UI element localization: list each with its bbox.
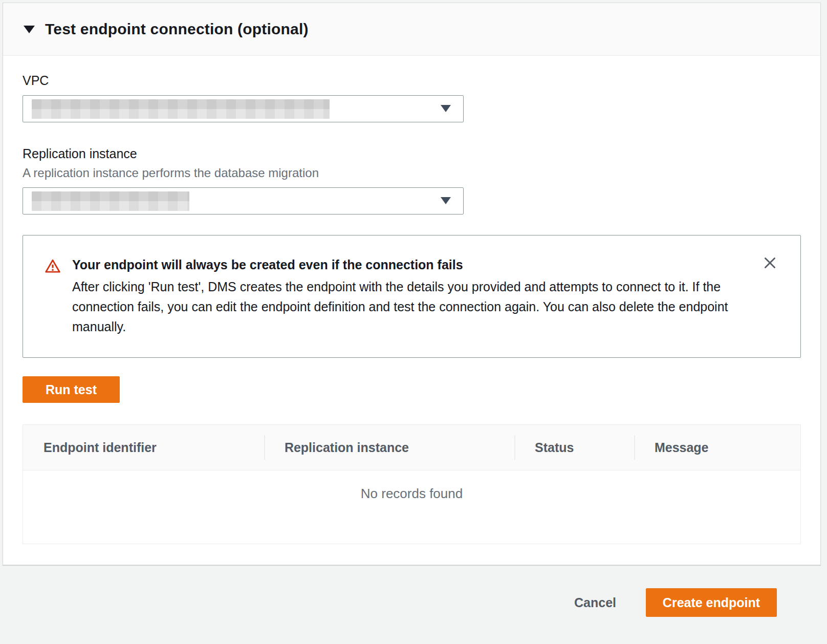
section-body: VPC Replication instance A replication i…	[3, 56, 820, 565]
test-endpoint-connection-panel: Test endpoint connection (optional) VPC …	[3, 3, 821, 565]
section-title: Test endpoint connection (optional)	[45, 20, 309, 38]
cancel-button[interactable]: Cancel	[571, 590, 619, 615]
vpc-label: VPC	[23, 73, 801, 88]
replication-instance-select[interactable]	[23, 187, 464, 214]
warning-alert: Your endpoint will always be created eve…	[23, 235, 801, 358]
column-header-status: Status	[514, 425, 634, 470]
section-header[interactable]: Test endpoint connection (optional)	[3, 3, 820, 56]
create-endpoint-button[interactable]: Create endpoint	[646, 588, 777, 617]
vpc-selected-value-redacted	[32, 99, 330, 119]
column-header-replication-instance: Replication instance	[264, 425, 514, 470]
column-header-endpoint-identifier: Endpoint identifier	[23, 425, 264, 470]
close-icon[interactable]	[760, 253, 780, 273]
table-header-row: Endpoint identifier Replication instance…	[23, 425, 800, 470]
alert-content: Your endpoint will always be created eve…	[72, 257, 735, 337]
collapse-triangle-icon	[24, 26, 35, 33]
alert-body: After clicking 'Run test', DMS creates t…	[72, 277, 735, 337]
replication-instance-label: Replication instance	[23, 146, 801, 161]
warning-triangle-icon	[45, 258, 61, 337]
replication-instance-selected-value-redacted	[32, 191, 189, 211]
form-footer: Cancel Create endpoint	[0, 565, 827, 617]
chevron-down-icon	[441, 197, 451, 204]
column-header-message: Message	[634, 425, 800, 470]
chevron-down-icon	[441, 104, 451, 112]
empty-state-message: No records found	[23, 470, 800, 544]
replication-instance-description: A replication instance performs the data…	[23, 166, 801, 180]
run-test-button[interactable]: Run test	[23, 376, 120, 403]
alert-title: Your endpoint will always be created eve…	[72, 257, 735, 272]
vpc-select[interactable]	[23, 95, 464, 122]
test-results-table: Endpoint identifier Replication instance…	[23, 424, 801, 544]
